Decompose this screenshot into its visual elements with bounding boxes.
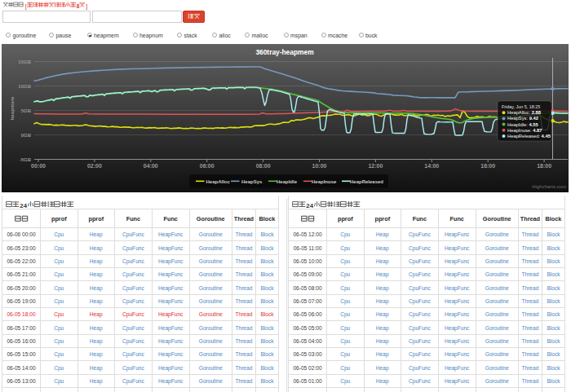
- svg-text:]: ]: [86, 3, 87, 10]
- svg-text:HeapInuse: HeapInuse: [312, 179, 337, 184]
- svg-text:15GB: 15GB: [18, 59, 31, 64]
- svg-text:5GB: 5GB: [21, 108, 32, 113]
- svg-text:HeapIdle: HeapIdle: [277, 179, 298, 184]
- svg-text:HeapAlloc: HeapAlloc: [206, 179, 231, 184]
- svg-text:8: 8: [77, 3, 80, 9]
- svg-text:24: 24: [306, 202, 313, 209]
- svg-text:Friday, Jun 5, 18:25: Friday, Jun 5, 18:25: [502, 104, 540, 109]
- svg-text:HeapSys: 9.42: HeapSys: 9.42: [507, 116, 538, 121]
- svg-text:HeapInuse: 4.87: HeapInuse: 4.87: [507, 128, 542, 133]
- svg-text:Highcharts.com: Highcharts.com: [532, 184, 566, 189]
- svg-text:04:00: 04:00: [144, 163, 158, 169]
- svg-text:[: [: [25, 3, 27, 10]
- svg-text:16:00: 16:00: [480, 163, 495, 169]
- svg-text:HeapReleased: 4.45: HeapReleased: 4.45: [507, 134, 551, 139]
- svg-text:00:00: 00:00: [31, 163, 46, 169]
- svg-text:-5GB: -5GB: [20, 157, 32, 162]
- svg-text:06:00: 06:00: [200, 163, 215, 169]
- svg-text:360tray-heapmem: 360tray-heapmem: [255, 48, 313, 56]
- svg-text:HeapIdle: 4.55: HeapIdle: 4.55: [507, 122, 538, 127]
- svg-text:24: 24: [20, 202, 27, 209]
- svg-text:HeapSys: HeapSys: [241, 179, 263, 184]
- svg-text:18:00: 18:00: [537, 163, 551, 169]
- svg-text:HeapReleased: HeapReleased: [350, 179, 383, 184]
- svg-text:02:00: 02:00: [87, 163, 102, 169]
- svg-text:HeapAlloc: 2.88: HeapAlloc: 2.88: [507, 110, 542, 115]
- svg-text:12:00: 12:00: [368, 163, 383, 169]
- svg-text:0GB: 0GB: [21, 133, 32, 138]
- svg-text:heapmem: heapmem: [9, 96, 15, 120]
- svg-text:08:00: 08:00: [256, 163, 271, 169]
- svg-text:14:00: 14:00: [424, 163, 439, 169]
- svg-text:10GB: 10GB: [18, 84, 31, 89]
- svg-text:10:00: 10:00: [312, 163, 327, 169]
